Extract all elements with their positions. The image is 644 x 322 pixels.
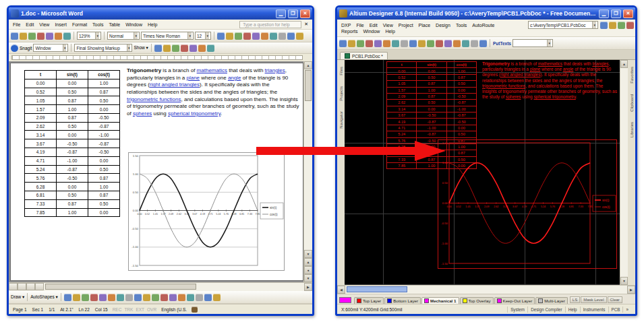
scroll-down-icon[interactable]: ▼	[620, 277, 628, 285]
hyperlink[interactable]: mathematics	[538, 61, 562, 66]
shadow-icon[interactable]	[204, 294, 212, 301]
place-track-icon[interactable]	[462, 40, 469, 47]
zoom-window-icon[interactable]	[374, 40, 382, 47]
layer-button-clear[interactable]: Clear	[608, 296, 622, 303]
altium-menu-autoroute[interactable]: AutoRoute	[469, 22, 497, 28]
word-menu-insert[interactable]: Insert	[52, 22, 69, 28]
threed-icon[interactable]	[213, 294, 221, 301]
open-icon[interactable]	[20, 32, 27, 40]
bold-icon[interactable]	[217, 32, 225, 40]
word-menu-table[interactable]: Table	[106, 22, 123, 28]
hyperlink[interactable]: right angled triangles	[500, 72, 540, 77]
layer-button-ls[interactable]: LS	[570, 296, 580, 303]
open-icon[interactable]	[348, 40, 355, 47]
filter-icon[interactable]	[401, 40, 408, 47]
altium-menu-place[interactable]: Place	[416, 22, 434, 28]
document-path-combo[interactable]: c:\AveryTemp\PCB1.PcbDoc▾	[528, 21, 598, 29]
layer-tab-top-overlay[interactable]: Top Overlay	[460, 297, 494, 304]
picture-icon[interactable]	[143, 294, 150, 301]
next-page-icon[interactable]: ▼	[304, 274, 312, 282]
word-vertical-scrollbar[interactable]: ▲ ▼ ▲ ● ▼	[303, 61, 312, 282]
save-icon[interactable]	[357, 40, 364, 47]
previous-page-icon[interactable]: ▲	[304, 258, 312, 266]
snagit-label[interactable]: Snagit	[20, 46, 32, 51]
up-arrow-icon[interactable]	[618, 22, 625, 29]
print-layout-view-icon[interactable]	[26, 283, 35, 290]
altium-menu-window[interactable]: Window	[361, 28, 383, 34]
copy-icon[interactable]	[418, 40, 426, 47]
hyperlink[interactable]: spherical trigonometry	[533, 94, 575, 99]
altium-vertical-scrollbar[interactable]: ▲ ▼	[620, 60, 628, 285]
hscroll-track[interactable]	[44, 283, 304, 291]
line-style-icon[interactable]	[178, 294, 185, 301]
hyperlink[interactable]: angle	[228, 75, 241, 81]
minimize-button[interactable]: ▁	[599, 9, 609, 18]
word-menu-tools[interactable]: Tools	[90, 22, 106, 28]
rectangle-icon[interactable]	[90, 294, 98, 301]
web-layout-view-icon[interactable]	[18, 283, 26, 290]
cut-icon[interactable]	[409, 40, 417, 47]
panel-button-instruments[interactable]: Instruments	[580, 307, 608, 313]
altium-menu-edit[interactable]: Edit	[367, 22, 380, 28]
left-panel-tab-projects[interactable]: Projects	[339, 86, 343, 101]
line-color-icon[interactable]	[160, 294, 168, 301]
place-pad-icon[interactable]	[444, 40, 452, 47]
word-horizontal-scrollbar[interactable]: ▶	[9, 282, 312, 291]
panel-button-help[interactable]: Help	[565, 307, 580, 313]
scroll-right-icon[interactable]: ▶	[627, 286, 635, 294]
hyperlink[interactable]: triangles	[592, 61, 608, 66]
line-icon[interactable]	[73, 294, 80, 301]
puttexts-script-button[interactable]: PutTexts	[493, 41, 511, 46]
snagit-icon[interactable]	[11, 44, 18, 52]
hscroll-thumb[interactable]	[347, 286, 407, 292]
altium-menu-design[interactable]: Design	[433, 22, 453, 28]
scroll-up-icon[interactable]: ▲	[304, 61, 312, 69]
left-panel-tab-files[interactable]: Files	[339, 67, 343, 75]
layer-tab-multi-layer[interactable]: Multi-Layer	[535, 297, 568, 304]
place-component-icon[interactable]	[479, 40, 487, 47]
close-button[interactable]: ✕	[300, 9, 310, 18]
panel-button-pcb[interactable]: PCB	[608, 307, 623, 313]
word-menu-view[interactable]: View	[36, 22, 52, 28]
word-menu-window[interactable]: Window	[123, 22, 145, 28]
altium-menu-help[interactable]: Help	[382, 28, 397, 34]
hyperlink[interactable]: spherical trigonometry	[168, 110, 221, 117]
snagit-window-combo[interactable]: Window▾	[33, 44, 68, 52]
italic-icon[interactable]	[226, 32, 233, 40]
wordart-icon[interactable]	[117, 294, 124, 301]
hyperlink[interactable]: triangles	[265, 67, 285, 73]
layer-tab-keep-out-layer[interactable]: Keep-Out Layer	[494, 297, 535, 304]
new-document-icon[interactable]	[11, 32, 18, 40]
reject-change-icon[interactable]	[181, 44, 188, 52]
scroll-up-icon[interactable]: ▲	[620, 60, 628, 68]
highlight-change-icon[interactable]	[198, 44, 206, 52]
minimize-button[interactable]: ▁	[276, 9, 286, 18]
hyperlink[interactable]: trigonometric functions	[482, 84, 525, 88]
fill-color-icon[interactable]	[152, 294, 159, 301]
cross-probe-icon[interactable]	[392, 40, 399, 47]
altium-menu-project[interactable]: Project	[396, 22, 416, 28]
draw-menu-button[interactable]: Draw ▾	[11, 294, 24, 300]
accept-change-icon[interactable]	[172, 44, 179, 52]
maximize-button[interactable]: ❐	[288, 9, 298, 18]
browser-back-icon[interactable]	[600, 22, 608, 29]
save-icon[interactable]	[28, 32, 36, 40]
reviewing-pane-icon[interactable]	[207, 44, 214, 52]
altium-menu-file[interactable]: File	[353, 22, 366, 28]
left-panel-tab-navigator[interactable]: Navigator	[339, 111, 343, 129]
pcb-document-tab[interactable]: PCB1.PcbDoc *	[340, 52, 388, 59]
layer-button-mask-level[interactable]: Mask Level	[581, 296, 606, 303]
oval-icon[interactable]	[99, 294, 107, 301]
right-panel-tab-favorites[interactable]: Favorites	[630, 67, 634, 84]
hyperlink[interactable]: right angled triangles	[150, 82, 200, 88]
diagram-icon[interactable]	[125, 294, 133, 301]
font-combo[interactable]: Times New Roman▾	[141, 32, 194, 40]
hyperlink[interactable]: mathematics	[197, 67, 227, 73]
print-icon[interactable]	[365, 40, 373, 47]
hyperlink[interactable]: spheres	[506, 94, 521, 99]
zoom-fit-icon[interactable]	[383, 40, 390, 47]
align-left-icon[interactable]	[243, 32, 251, 40]
select-browse-object-icon[interactable]: ●	[304, 266, 312, 274]
show-menu-button[interactable]: Show ▾	[134, 45, 148, 51]
hyperlink[interactable]: spheres	[133, 110, 152, 117]
